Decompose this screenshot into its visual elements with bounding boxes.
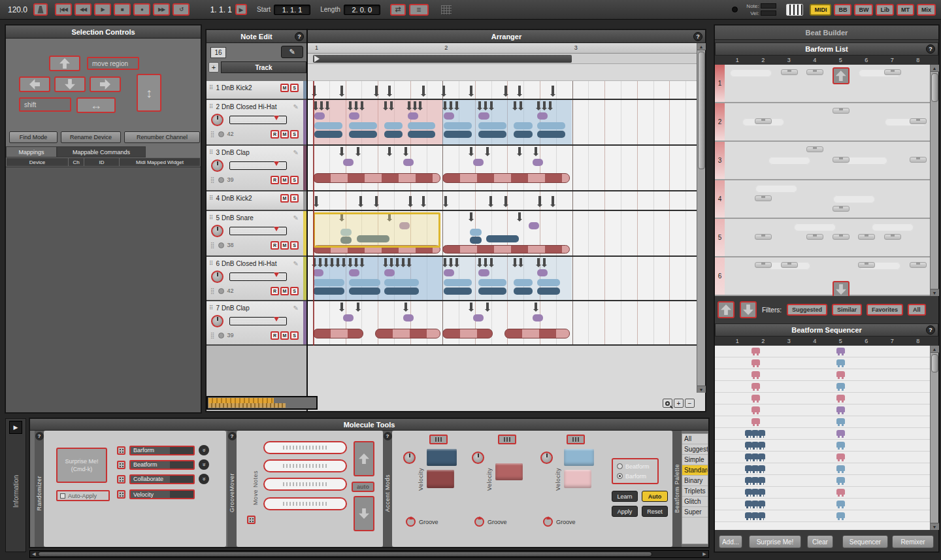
palette-item-all[interactable]: All [682, 434, 708, 444]
note-tick[interactable] [470, 212, 472, 219]
note-tick[interactable] [390, 101, 393, 108]
beatform-scrollbar[interactable]: ▲ ▼ [930, 346, 938, 530]
track-r-button[interactable]: R [271, 287, 279, 295]
note-pill[interactable] [313, 288, 344, 295]
note-tick[interactable] [450, 101, 452, 108]
barform-glyph[interactable] [755, 234, 772, 240]
dice-button[interactable] [117, 490, 125, 499]
barform-row-5[interactable]: 5 [715, 219, 938, 257]
length-value[interactable]: 2. 0. 0 [344, 5, 380, 15]
beatform-icon-triple[interactable] [758, 477, 765, 483]
note-pill[interactable] [349, 288, 380, 295]
beatform-icon[interactable] [836, 465, 845, 471]
note-tick[interactable] [504, 196, 507, 205]
note-pill[interactable] [533, 159, 543, 166]
note-tick[interactable] [422, 86, 425, 94]
edit-icon[interactable]: ✎ [293, 149, 299, 156]
accent-blocks[interactable] [495, 449, 528, 495]
palette-item-triplets[interactable]: Triplets [682, 486, 708, 497]
bw-button[interactable]: BW [854, 4, 873, 16]
note-tick[interactable] [419, 101, 421, 108]
arranger-vertical-scrollbar[interactable]: ▲ ▼ [697, 43, 705, 393]
beatform-row-10[interactable] [715, 452, 938, 463]
scroll-left-arrow[interactable]: ◀ [30, 551, 38, 557]
note-pill[interactable] [514, 131, 533, 138]
beatform-row-1[interactable] [715, 346, 938, 357]
learn-button[interactable]: Learn [612, 491, 638, 502]
note-tick[interactable] [470, 147, 472, 154]
velocity-knob[interactable] [403, 452, 416, 464]
groove-knob[interactable] [543, 517, 553, 527]
surprise-me-button[interactable]: Surprise Me! [749, 535, 801, 548]
barform-glyph[interactable] [884, 69, 901, 75]
transport-stop-button[interactable]: ■ [114, 3, 131, 16]
barform-dropdown[interactable]: Barform [129, 446, 195, 455]
scrollbar-thumb[interactable] [38, 552, 652, 557]
note-tick[interactable] [484, 101, 487, 108]
note-pill[interactable] [514, 279, 533, 286]
scroll-up-arrow[interactable]: ▲ [931, 65, 939, 72]
beatform-row-15[interactable] [715, 510, 938, 522]
note-tick[interactable] [514, 258, 516, 265]
beatform-row-7[interactable] [715, 416, 938, 428]
transport-go-to-start-button[interactable]: |◀◀ [55, 3, 72, 16]
track-m-button[interactable]: M [280, 130, 289, 139]
note-pill[interactable] [478, 288, 506, 295]
palette-item-simple[interactable]: Simple [682, 455, 708, 465]
note-tick[interactable] [549, 101, 552, 108]
groove-knob[interactable] [474, 517, 484, 527]
lanes-view-button[interactable]: ≡ [409, 4, 429, 16]
help-icon[interactable]: ? [228, 432, 237, 440]
barform-up-button[interactable] [833, 67, 850, 84]
track-item-7[interactable]: ⠿7 DnB Clap✎⣿39RMS [206, 301, 306, 346]
track-knob[interactable] [211, 114, 223, 126]
note-tick[interactable] [478, 101, 481, 108]
scroll-down-arrow[interactable]: ▼ [697, 386, 706, 393]
track-item-3[interactable]: ⠿3 DnB Clap✎⣿39RMS [206, 146, 306, 191]
arranger-lane-7[interactable] [308, 301, 705, 346]
note-tick[interactable] [375, 196, 378, 205]
beatform-icon[interactable] [836, 501, 845, 506]
help-icon[interactable]: ? [35, 432, 44, 440]
chevron-down-button[interactable]: « [199, 459, 209, 470]
beatform-icon-triple[interactable] [758, 465, 765, 471]
move-notes-slider-1[interactable] [263, 441, 347, 454]
note-chain[interactable] [313, 173, 440, 183]
sequencer-button[interactable]: Sequencer [842, 535, 888, 548]
note-tick[interactable] [375, 86, 378, 94]
arranger-lane-3[interactable] [308, 146, 705, 191]
beatform-icon-triple[interactable] [758, 489, 765, 495]
note-tick[interactable] [520, 258, 522, 265]
beatform-row-13[interactable] [715, 487, 938, 499]
barform-next-button[interactable] [740, 301, 757, 318]
scrollbar-thumb[interactable] [698, 52, 705, 169]
note-tick[interactable] [552, 196, 554, 205]
note-pill[interactable] [529, 222, 539, 229]
note-pill[interactable] [384, 269, 395, 276]
move-down-button[interactable] [54, 76, 86, 92]
horizontal-resize-button[interactable]: ↔ [76, 97, 116, 113]
accent-block[interactable] [564, 449, 594, 466]
beatform-icon[interactable] [836, 348, 845, 354]
note-pill[interactable] [486, 235, 520, 242]
apply-button[interactable]: Apply [612, 506, 638, 517]
note-pill[interactable] [408, 112, 418, 120]
note-tick[interactable] [504, 86, 507, 94]
track-item-4[interactable]: ⠿4 DnB Kick2MS [206, 191, 306, 211]
transport-play-button[interactable]: ▶ [94, 3, 111, 16]
note-pill[interactable] [314, 131, 342, 138]
arranger-lane-5[interactable] [308, 211, 705, 257]
track-knob[interactable] [211, 315, 223, 327]
note-pill[interactable] [314, 112, 325, 120]
beatform-row-8[interactable] [715, 428, 938, 440]
note-chain[interactable] [313, 329, 363, 338]
note-tick[interactable] [396, 258, 399, 265]
chevron-down-button[interactable]: « [199, 474, 209, 484]
palette-item-super[interactable]: Super [682, 507, 708, 518]
drag-handle-icon[interactable]: ⠿ [209, 84, 214, 91]
note-tick[interactable] [340, 303, 343, 309]
note-pill[interactable] [533, 314, 543, 321]
keyboard-button[interactable] [786, 4, 803, 16]
beatform-icon[interactable] [751, 371, 760, 377]
note-tick[interactable] [349, 258, 352, 265]
